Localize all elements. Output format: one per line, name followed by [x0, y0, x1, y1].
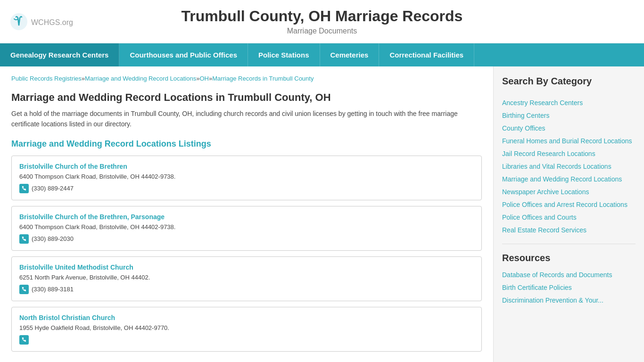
- phone-svg: [21, 287, 27, 292]
- location-name[interactable]: Bristolville Church of the Brethren, Par…: [19, 213, 474, 221]
- sidebar-link-libraries[interactable]: Libraries and Vital Records Locations: [502, 162, 636, 172]
- location-phone: (330) 889-3181: [19, 285, 474, 294]
- breadcrumb-link-registries[interactable]: Public Records Registries: [11, 75, 82, 82]
- nav-item-courthouses[interactable]: Courthouses and Public Offices: [119, 43, 248, 66]
- sidebar: Search By Category Ancestry Research Cen…: [493, 66, 644, 362]
- sidebar-link-county[interactable]: County Offices: [502, 123, 636, 133]
- page-subtitle: Marriage Documents: [182, 27, 463, 35]
- sidebar-resources-title: Resources: [502, 253, 636, 263]
- logo-icon: [9, 12, 28, 31]
- sidebar-link-police-courts[interactable]: Police Offices and Courts: [502, 213, 636, 222]
- location-card: North Bristol Christian Church 1955 Hyde…: [11, 307, 482, 352]
- content-description: Get a hold of the marriage documents in …: [11, 108, 482, 130]
- phone-number: (330) 889-2030: [32, 235, 74, 242]
- breadcrumb: Public Records Registries»Marriage and W…: [11, 75, 482, 82]
- location-card: Bristolville Church of the Brethren, Par…: [11, 206, 482, 251]
- location-phone: (330) 889-2030: [19, 234, 474, 244]
- page-body: Public Records Registries»Marriage and W…: [0, 66, 644, 362]
- location-address: 6400 Thompson Clark Road, Bristolville, …: [19, 223, 474, 230]
- phone-svg: [21, 337, 27, 343]
- logo-text: WCHGS.org: [31, 16, 73, 28]
- location-phone: [19, 335, 474, 345]
- phone-svg: [21, 236, 27, 242]
- phone-number: (330) 889-3181: [32, 286, 74, 293]
- logo-name: WCHGS: [31, 18, 60, 26]
- location-address: 6251 North Park Avenue, Bristolville, OH…: [19, 274, 474, 281]
- location-address: 6400 Thompson Clark Road, Bristolville, …: [19, 173, 474, 180]
- nav-item-police[interactable]: Police Stations: [248, 43, 320, 66]
- sidebar-link-realestate[interactable]: Real Estate Record Services: [502, 225, 636, 235]
- breadcrumb-link-trumbull[interactable]: Marriage Records in Trumbull County: [212, 75, 314, 82]
- nav-item-cemeteries[interactable]: Cemeteries: [320, 43, 380, 66]
- location-name[interactable]: North Bristol Christian Church: [19, 314, 474, 321]
- listings-heading: Marriage and Wedding Record Locations Li…: [11, 139, 482, 149]
- location-name[interactable]: Bristolville United Methodist Church: [19, 263, 474, 271]
- header-title-area: Trumbull County, OH Marriage Records Mar…: [182, 8, 463, 35]
- main-nav: Genealogy Research Centers Courthouses a…: [0, 43, 644, 66]
- nav-item-genealogy[interactable]: Genealogy Research Centers: [0, 43, 119, 66]
- logo-suffix: .org: [60, 18, 73, 26]
- phone-icon: [19, 234, 29, 244]
- sidebar-link-discrimination[interactable]: Discrimination Prevention & Your...: [502, 296, 636, 305]
- location-phone: (330) 889-2447: [19, 184, 474, 193]
- location-card: Bristolville Church of the Brethren 6400…: [11, 156, 482, 200]
- sidebar-link-police-arrest[interactable]: Police Offices and Arrest Record Locatio…: [502, 200, 636, 210]
- sidebar-link-jail[interactable]: Jail Record Research Locations: [502, 149, 636, 159]
- phone-svg: [21, 186, 27, 191]
- phone-number: (330) 889-2447: [32, 185, 74, 192]
- sidebar-link-ancestry[interactable]: Ancestry Research Centers: [502, 98, 636, 108]
- sidebar-link-birthing[interactable]: Birthing Centers: [502, 111, 636, 121]
- location-card: Bristolville United Methodist Church 625…: [11, 256, 482, 301]
- sidebar-category-title: Search By Category: [502, 76, 636, 90]
- location-address: 1955 Hyde Oakfield Road, Bristolville, O…: [19, 324, 474, 331]
- page-header: WCHGS.org Trumbull County, OH Marriage R…: [0, 0, 644, 43]
- logo-area[interactable]: WCHGS.org: [9, 12, 73, 31]
- sidebar-link-birth-cert[interactable]: Birth Certificate Policies: [502, 283, 636, 293]
- sidebar-link-database[interactable]: Database of Records and Documents: [502, 270, 636, 280]
- location-name[interactable]: Bristolville Church of the Brethren: [19, 163, 474, 170]
- page-main-title: Trumbull County, OH Marriage Records: [182, 8, 463, 25]
- breadcrumb-link-marriage[interactable]: Marriage and Wedding Record Locations: [85, 75, 196, 82]
- sidebar-link-marriage[interactable]: Marriage and Wedding Record Locations: [502, 174, 636, 184]
- breadcrumb-link-oh[interactable]: OH: [199, 75, 209, 82]
- sidebar-divider: [502, 244, 636, 244]
- nav-item-correctional[interactable]: Correctional Facilities: [379, 43, 474, 66]
- phone-icon: [19, 285, 29, 294]
- sidebar-link-newspaper[interactable]: Newspaper Archive Locations: [502, 187, 636, 197]
- content-heading: Marriage and Wedding Record Locations in…: [11, 91, 482, 104]
- main-content: Public Records Registries»Marriage and W…: [0, 66, 493, 362]
- phone-icon: [19, 184, 29, 193]
- phone-icon: [19, 335, 29, 345]
- sidebar-link-funeral[interactable]: Funeral Homes and Burial Record Location…: [502, 136, 636, 146]
